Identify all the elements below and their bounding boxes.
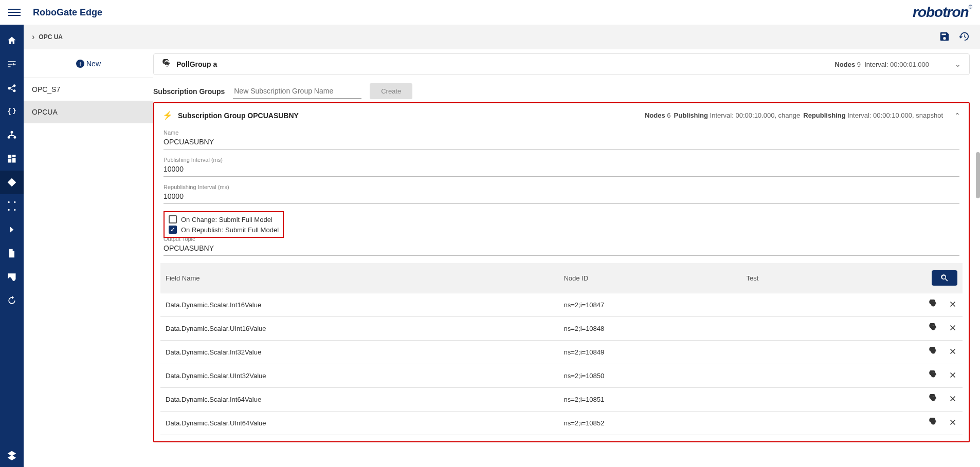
row-delete-button[interactable] (948, 347, 957, 358)
nav-rail (0, 25, 24, 467)
nav-diamond[interactable] (0, 171, 24, 194)
search-button[interactable] (932, 270, 957, 286)
cell-field-name: Data.Dynamic.Scalar.UInt64Value (160, 412, 558, 435)
row-refresh-button[interactable] (929, 370, 938, 381)
row-refresh-button[interactable] (929, 418, 938, 428)
nodes-table: Field Name Node ID Test Data.Dynamic.Sca… (160, 263, 963, 435)
breadcrumb[interactable]: › OPC UA (24, 25, 153, 49)
cell-field-name: Data.Dynamic.Scalar.Int32Value (160, 341, 558, 364)
app-title: RoboGate Edge (33, 7, 102, 18)
field-repub-interval: Republishing Interval (ms) 10000 (164, 184, 959, 204)
plus-icon: + (76, 60, 84, 68)
row-delete-button[interactable] (948, 418, 957, 428)
table-row: Data.Dynamic.Scalar.UInt32Valuens=2;i=10… (160, 364, 963, 388)
collapse-icon[interactable]: ⌃ (954, 111, 960, 120)
nav-forward[interactable] (0, 218, 24, 241)
on-republish-label: On Republish: Submit Full Model (181, 226, 279, 234)
refresh-icon[interactable] (162, 59, 171, 70)
submit-model-options: On Change: Submit Full Model ✓ On Republ… (164, 211, 284, 238)
on-republish-checkbox[interactable]: ✓ (169, 226, 177, 234)
chevron-right-icon: › (32, 32, 34, 42)
row-refresh-button[interactable] (929, 300, 938, 310)
field-pub-interval: Publishing Interval (ms) 10000 (164, 157, 959, 177)
content-area: PollGroup a Nodes 9 Interval: 00:00:01.0… (153, 49, 980, 467)
nav-braces[interactable] (0, 100, 24, 123)
subscription-group-meta: Nodes 6 Publishing Interval: 00:00:10.00… (645, 111, 943, 119)
table-row: Data.Dynamic.Scalar.Int32Valuens=2;i=108… (160, 341, 963, 364)
nav-tune[interactable] (0, 52, 24, 76)
create-button[interactable]: Create (370, 83, 412, 99)
table-row: Data.Dynamic.Scalar.UInt16Valuens=2;i=10… (160, 317, 963, 341)
brand-logo: robotron® (913, 4, 972, 21)
sidebar-item[interactable]: OPC_S7 (24, 78, 153, 101)
nav-layers[interactable] (0, 443, 24, 467)
poll-group-panel: PollGroup a Nodes 9 Interval: 00:00:01.0… (153, 53, 970, 75)
name-input[interactable]: OPCUASUBNY (164, 136, 959, 150)
cell-test (741, 364, 822, 388)
col-node-id: Node ID (558, 263, 741, 293)
subscription-groups-label: Subscription Groups (153, 87, 225, 96)
cell-field-name: Data.Dynamic.Scalar.Int64Value (160, 388, 558, 412)
cell-test (741, 293, 822, 317)
cell-test (741, 412, 822, 435)
new-label: New (86, 60, 101, 68)
new-subscription-input[interactable] (233, 84, 361, 99)
sidebar-item[interactable]: OPCUA (24, 101, 153, 123)
sidebar: › OPC UA + New OPC_S7OPCUA (24, 25, 153, 467)
row-refresh-button[interactable] (929, 323, 938, 334)
nav-file[interactable] (0, 241, 24, 265)
on-change-label: On Change: Submit Full Model (181, 216, 273, 223)
cell-field-name: Data.Dynamic.Scalar.UInt16Value (160, 317, 558, 341)
cell-node-id: ns=2;i=10852 (558, 412, 741, 435)
row-refresh-button[interactable] (929, 347, 938, 358)
new-button[interactable]: + New (24, 49, 153, 78)
output-topic-input[interactable]: OPCUASUBNY (164, 242, 959, 256)
subscription-group-title: Subscription Group OPCUASUBNY (178, 111, 299, 120)
poll-group-title: PollGroup a (176, 60, 217, 68)
nav-home[interactable] (0, 29, 24, 52)
nav-hub[interactable] (0, 123, 24, 147)
poll-group-meta: Nodes 9 Interval: 00:00:01.000 (834, 61, 929, 68)
cell-node-id: ns=2;i=10851 (558, 388, 741, 412)
table-row: Data.Dynamic.Scalar.Int16Valuens=2;i=108… (160, 293, 963, 317)
cell-field-name: Data.Dynamic.Scalar.Int16Value (160, 293, 558, 317)
field-output-topic: Output Topic OPCUASUBNY (164, 236, 959, 256)
cell-node-id: ns=2;i=10848 (558, 317, 741, 341)
save-button[interactable] (939, 31, 950, 44)
cell-test (741, 341, 822, 364)
subscription-groups-header: Subscription Groups Create (153, 83, 970, 99)
row-delete-button[interactable] (948, 394, 957, 405)
nav-dashboard[interactable] (0, 147, 24, 171)
table-row: Data.Dynamic.Scalar.UInt64Valuens=2;i=10… (160, 412, 963, 435)
restore-button[interactable] (958, 31, 970, 44)
cell-node-id: ns=2;i=10847 (558, 293, 741, 317)
cell-test (741, 388, 822, 412)
nav-wave[interactable] (0, 265, 24, 289)
pub-interval-input[interactable]: 10000 (164, 163, 959, 177)
row-delete-button[interactable] (948, 370, 957, 381)
expand-icon[interactable]: ⌄ (955, 60, 961, 68)
menu-button[interactable] (8, 6, 21, 18)
col-test: Test (741, 263, 822, 293)
cell-test (741, 317, 822, 341)
nav-share[interactable] (0, 76, 24, 100)
col-actions (822, 263, 963, 293)
nav-network[interactable] (0, 194, 24, 218)
toolbar (153, 25, 980, 49)
breadcrumb-text: OPC UA (39, 33, 63, 41)
nav-rotate[interactable] (0, 289, 24, 312)
row-delete-button[interactable] (948, 323, 957, 334)
repub-interval-input[interactable]: 10000 (164, 190, 959, 204)
subscription-group-panel: ⚡ Subscription Group OPCUASUBNY Nodes 6 … (153, 102, 970, 442)
cell-node-id: ns=2;i=10850 (558, 364, 741, 388)
on-change-checkbox[interactable] (169, 215, 177, 223)
row-delete-button[interactable] (948, 300, 957, 310)
table-row: Data.Dynamic.Scalar.Int64Valuens=2;i=108… (160, 388, 963, 412)
cell-node-id: ns=2;i=10849 (558, 341, 741, 364)
row-refresh-button[interactable] (929, 394, 938, 405)
scrollbar[interactable] (975, 49, 980, 467)
field-name: Name OPCUASUBNY (164, 129, 959, 150)
bolt-icon: ⚡ (162, 110, 173, 120)
col-field-name: Field Name (160, 263, 558, 293)
cell-field-name: Data.Dynamic.Scalar.UInt32Value (160, 364, 558, 388)
